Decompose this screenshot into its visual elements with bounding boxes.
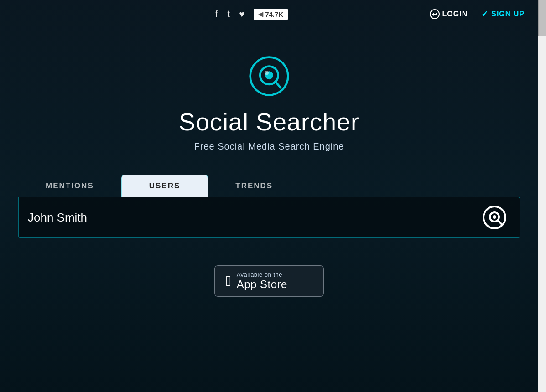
store-name: App Store (237, 278, 287, 291)
tab-trends[interactable]: TRENDS (208, 175, 300, 197)
svg-point-7 (493, 215, 496, 219)
search-button[interactable] (478, 201, 510, 233)
heart-icon[interactable]: ♥ (239, 9, 244, 20)
tabs-container: MENTIONS USERS TRENDS (18, 175, 520, 197)
app-store-text: Available on the App Store (237, 271, 287, 291)
top-nav: f t ♥ ◀ 74.7K ↩ LOGIN ✓ SIGN UP (0, 0, 538, 28)
auth-buttons: ↩ LOGIN ✓ SIGN UP (430, 9, 525, 19)
signup-button[interactable]: ✓ SIGN UP (481, 9, 525, 19)
counter-badge[interactable]: ◀ 74.7K (254, 9, 288, 20)
app-store-badge[interactable]:  Available on the App Store (214, 265, 324, 297)
arrow-icon: ◀ (258, 10, 263, 18)
signup-label: SIGN UP (491, 10, 525, 18)
apple-icon:  (226, 273, 231, 289)
tab-mentions[interactable]: MENTIONS (18, 175, 121, 197)
scrollbar-thumb[interactable] (538, 0, 546, 36)
available-text: Available on the (237, 271, 287, 278)
app-store-section:  Available on the App Store (214, 265, 324, 297)
facebook-icon[interactable]: f (215, 8, 218, 20)
search-input[interactable] (28, 211, 478, 225)
tab-users[interactable]: USERS (121, 175, 208, 197)
svg-line-8 (498, 220, 502, 225)
main-container: f t ♥ ◀ 74.7K ↩ LOGIN ✓ SIGN UP (0, 0, 538, 392)
app-title: Social Searcher (179, 108, 359, 136)
counter-value: 74.7K (265, 10, 283, 18)
search-container (18, 197, 520, 238)
app-subtitle: Free Social Media Search Engine (194, 141, 344, 152)
twitter-icon[interactable]: t (227, 8, 230, 20)
logo-container (249, 56, 290, 98)
social-icons: f t ♥ ◀ 74.7K (215, 8, 288, 20)
search-icon (482, 205, 507, 230)
logo-icon (249, 56, 290, 97)
svg-point-4 (265, 71, 269, 75)
checkmark-icon: ✓ (481, 9, 489, 19)
login-icon: ↩ (430, 9, 440, 19)
svg-line-3 (276, 82, 281, 88)
scrollbar-track[interactable] (538, 0, 546, 392)
login-button[interactable]: ↩ LOGIN (430, 9, 468, 19)
hero-section: Social Searcher Free Social Media Search… (18, 28, 520, 297)
login-label: LOGIN (442, 10, 468, 18)
